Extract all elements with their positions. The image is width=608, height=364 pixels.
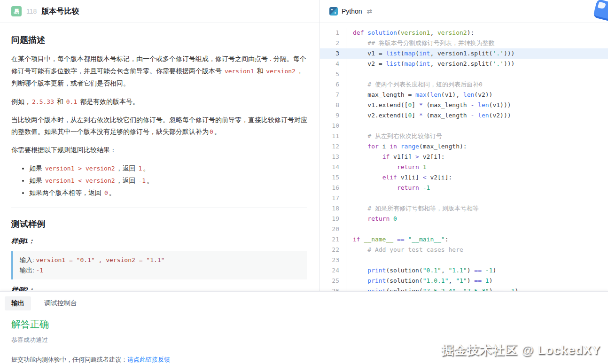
- code-token: ,: [449, 277, 456, 284]
- code-token: <: [423, 174, 427, 181]
- description-paragraphs: 在某个项目中，每个版本都用版本号标记，由一个或多个修订号组成，修订号之间由点号.…: [11, 53, 307, 156]
- code-token: [353, 81, 367, 88]
- code-line-content: # Add your test cases here: [346, 245, 463, 255]
- code-token: ,: [430, 29, 437, 36]
- line-number: 20: [320, 224, 346, 234]
- code-token: ): [492, 267, 496, 274]
- code-token: solution: [367, 29, 397, 36]
- code-token: -1: [485, 267, 493, 274]
- code-line[interactable]: 26 print(solution("7.5.2.4", "7.5.3") ==…: [320, 286, 608, 291]
- python-logo-icon: [329, 7, 338, 15]
- line-number: 23: [320, 255, 346, 265]
- code-token: len: [430, 91, 441, 98]
- code-editor[interactable]: 1def solution(version1, version2):2 ## 将…: [320, 23, 608, 291]
- text-run: 如果: [29, 177, 44, 184]
- code-token: map: [405, 60, 415, 67]
- code-token: "0.1": [423, 267, 441, 274]
- code-line-content: [346, 224, 353, 234]
- code-line[interactable]: 11 # 从左到右依次比较修订号: [320, 131, 608, 141]
- code-token: ): [467, 267, 475, 274]
- language-selector[interactable]: Python: [342, 8, 362, 15]
- code-token: , version1.split(: [430, 50, 492, 57]
- code-token: ): [489, 277, 493, 284]
- line-number: 24: [320, 265, 346, 276]
- code-token: [504, 287, 507, 291]
- code-line[interactable]: 4 v2 = list(map(int, version2.split('.')…: [320, 59, 608, 69]
- code-line-content: if v1[i] > v2[i]:: [346, 152, 445, 162]
- line-number: 19: [320, 214, 346, 224]
- code-line[interactable]: 2 ## 将版本号分割成修订号列表，并转换为整数: [320, 38, 608, 48]
- console-tab-output[interactable]: 输出: [5, 296, 31, 310]
- code-line-content: [346, 255, 353, 265]
- code-line[interactable]: 19 return 0: [320, 214, 608, 224]
- code-line[interactable]: 23: [320, 255, 608, 265]
- code-line[interactable]: 15 elif v1[i] < v2[i]:: [320, 172, 608, 183]
- code-line[interactable]: 22 # Add your test cases here: [320, 245, 608, 255]
- description-heading: 问题描述: [11, 34, 307, 46]
- code-token: (solution(: [386, 267, 422, 274]
- code-line[interactable]: 13 if v1[i] > v2[i]:: [320, 152, 608, 162]
- code-line-content: v2.extend([0] * (max_length - len(v2))): [346, 110, 511, 121]
- inline-code: .: [268, 55, 273, 62]
- text-run: 。: [143, 164, 149, 172]
- code-line[interactable]: 5: [320, 69, 608, 79]
- code-token: 0: [393, 215, 397, 222]
- line-number: 17: [320, 193, 346, 203]
- editor-panel: Python ⇄ 1def solution(version1, version…: [320, 0, 608, 291]
- code-token: int: [419, 50, 430, 57]
- console-tab-debug[interactable]: 调试控制台: [38, 296, 84, 310]
- code-token: print: [367, 287, 386, 291]
- code-line[interactable]: 21if __name__ == "__main__":: [320, 234, 608, 245]
- output-console: 输出调试控制台 解答正确 恭喜成功通过 提交功能内测体验中，任何问题或者建议：请…: [0, 291, 608, 364]
- sample-line: 输入: version1 = "0.1" , version2 = "1.1": [20, 255, 301, 265]
- code-line[interactable]: 6 # 使两个列表长度相同，短的列表后面补0: [320, 79, 608, 90]
- code-token: ))): [504, 50, 514, 57]
- code-line[interactable]: 8 v1.extend([0] * (max_length - len(v1))…: [320, 100, 608, 110]
- code-token: [353, 277, 367, 284]
- sample-prefix: 输入:: [20, 256, 36, 263]
- code-line[interactable]: 14 return 1: [320, 162, 608, 172]
- samples-container: 样例1：输入: version1 = "0.1" , version2 = "1…: [11, 237, 307, 291]
- sample-label: 样例2：: [11, 286, 307, 291]
- code-token: [419, 184, 423, 191]
- code-line[interactable]: 7 max_length = max(len(v1), len(v2)): [320, 90, 608, 100]
- code-line[interactable]: 10: [320, 121, 608, 131]
- text-run: 和: [55, 98, 65, 105]
- inline-code: version1 > version2: [44, 165, 116, 172]
- code-token: [353, 215, 367, 222]
- code-token: [353, 163, 397, 170]
- code-token: v1.extend([: [353, 101, 408, 108]
- line-number: 10: [320, 121, 346, 131]
- line-number: 15: [320, 172, 346, 183]
- code-line[interactable]: 12 for i in range(max_length):: [320, 141, 608, 152]
- code-line[interactable]: 24 print(solution("0.1", "1.1") == -1): [320, 265, 608, 276]
- line-number: 4: [320, 59, 346, 69]
- code-token: in: [390, 143, 397, 150]
- code-token: map: [405, 50, 415, 57]
- code-line[interactable]: 9 v2.extend([0] * (max_length - len(v2))…: [320, 110, 608, 121]
- code-line[interactable]: 16 return -1: [320, 183, 608, 193]
- code-token: v1[i]: [390, 153, 415, 160]
- code-line[interactable]: 1def solution(version1, version2):: [320, 28, 608, 38]
- code-line-content: for i in range(max_length):: [346, 141, 467, 152]
- code-line[interactable]: 17: [320, 193, 608, 203]
- feedback-link[interactable]: 请点此链接反馈: [127, 356, 170, 363]
- code-token: '.': [492, 50, 503, 57]
- line-number: 5: [320, 69, 346, 79]
- swap-language-icon[interactable]: ⇄: [367, 8, 373, 15]
- code-token: :: [445, 236, 449, 243]
- code-line[interactable]: 3 v1 = list(map(int, version1.split('.')…: [320, 48, 608, 59]
- code-token: return: [397, 184, 419, 191]
- code-line[interactable]: 18 # 如果所有修订号都相等，则版本号相等: [320, 203, 608, 214]
- code-token: print: [367, 267, 386, 274]
- code-token: print: [367, 277, 386, 284]
- rule-item: 如果 version1 > version2，返回 1。: [29, 163, 307, 175]
- code-token: "1.1": [449, 267, 467, 274]
- code-token: "7.5.3": [463, 287, 489, 291]
- code-line[interactable]: 25 print(solution("1.0.1", "1") == 1): [320, 276, 608, 286]
- inline-code: 0: [103, 189, 109, 196]
- code-line[interactable]: 20: [320, 224, 608, 234]
- code-token: v2 =: [353, 60, 386, 67]
- line-number: 11: [320, 131, 346, 141]
- code-token: (: [397, 29, 401, 36]
